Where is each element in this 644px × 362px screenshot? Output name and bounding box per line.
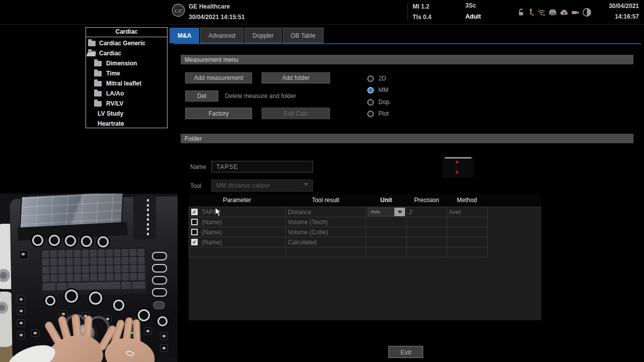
folder-icon [94,81,102,86]
method-value: Aver [449,209,461,216]
mouse-cursor [215,207,222,217]
caliper-preview-thumbnail [442,156,474,177]
rotary-knob [49,235,60,246]
key [50,250,57,257]
key [58,250,65,257]
parameter-table-panel: ParameterTool resultUnitPrecisionMethod … [189,194,541,320]
sidebar-item-label: LV Study [98,110,123,117]
sidebar-item-cardiac[interactable]: Cardiac [86,48,167,58]
usb-icon [571,8,580,17]
sidebar-item-dimension[interactable]: Dimension [86,58,167,68]
key [66,266,73,274]
key [58,266,65,274]
key [74,274,81,281]
delete-button[interactable]: Del [185,90,218,102]
key [98,250,105,257]
sidebar-item-rv-lv[interactable]: RV/LV [86,99,167,109]
table-cell [447,237,488,247]
rotary-knob [45,296,55,306]
factory-button[interactable]: Factory [185,108,252,119]
folder-icon [88,41,96,46]
tgc-slider-mark [147,233,149,235]
table-cell [407,247,447,257]
unit-select-chevron-icon[interactable] [394,208,405,216]
key [106,257,113,264]
printer-icon [548,8,557,17]
table-cell [447,247,488,257]
tab-ob-table[interactable]: OB Table [283,28,324,43]
key [130,257,137,264]
folder-name-input[interactable] [211,161,313,172]
key [82,274,89,281]
sidebar-item-label: LA/Ao [106,90,124,97]
key [114,274,121,281]
unit-select[interactable]: mm [368,208,394,216]
table-row: ✓TAPSEDistancemm2Aver [189,207,488,217]
parameter-value: (Name) [202,219,222,226]
measurement-tree-panel: Cardiac Cardiac GenericCardiacDimensionT… [86,27,168,128]
tgc-slider-mark [147,223,149,226]
mode-option-dop[interactable]: Dop. [364,97,391,107]
tgc-slider-mark [147,214,149,216]
folder-icon [94,71,102,76]
panel-button [31,329,39,337]
sidebar-item-label: Cardiac Generic [99,40,145,47]
rotary-knob [65,290,78,303]
table-cell: ✓TAPSE [189,207,286,217]
tool-select[interactable]: MM distance caliper [211,179,313,192]
tree-items: Cardiac GenericCardiacDimensionTimeMitra… [86,38,167,129]
row-checkbox[interactable] [191,229,198,235]
key [82,266,89,273]
mode-option-2d[interactable]: 2D [364,73,386,83]
add-folder-button[interactable]: Add folder [262,72,330,83]
add-measurement-button[interactable]: Add measurement [185,72,252,83]
status-icon-tray [517,8,592,17]
row-checkbox[interactable]: ✓ [191,209,198,215]
tab-m-a[interactable]: M&A [170,28,199,43]
table-body: ✓TAPSEDistancemm2Aver(Name)Volume (Teich… [189,207,487,257]
row-checkbox[interactable]: ✓ [191,239,198,245]
mode-option-mm[interactable]: MM [364,85,388,95]
key [90,266,97,273]
measurement-menu-header: Measurement menu [181,55,633,64]
key [114,265,121,273]
tool-result-value: Volume (Teich) [288,219,328,226]
panel-button [17,307,25,315]
key [130,249,137,256]
key [74,266,81,273]
mode-option-label: 2D [378,75,386,82]
column-header-precision: Precision [407,197,447,204]
parameter-value: (Name) [202,229,222,236]
table-cell [189,247,286,257]
key [90,258,97,265]
mode-option-plot[interactable]: Plot [364,109,389,119]
tgc-slider-mark [147,209,149,211]
key [82,258,89,265]
key [114,257,121,264]
key [56,283,66,290]
sidebar-item-time[interactable]: Time [86,68,167,78]
key [121,282,131,289]
tab-doppler[interactable]: Doppler [245,28,282,43]
key [42,275,49,282]
column-header-parameter: Parameter [189,197,285,204]
sidebar-item-cardiac-generic[interactable]: Cardiac Generic [86,38,167,48]
exam-type: Adult [465,13,481,20]
row-checkbox[interactable] [191,219,198,225]
key [66,250,73,257]
radio-icon [367,87,374,94]
sidebar-item-la-ao[interactable]: LA/Ao [86,88,167,99]
sidebar-item-heartrate[interactable]: Heartrate [86,119,167,129]
caliper-baseline [445,157,471,158]
mi-value: MI 1.2 [413,3,429,10]
edit-calc-button[interactable]: Edit Calc [262,108,330,119]
table-cell: Volume (Cube) [286,227,366,237]
sidebar-item-label: Time [106,70,120,77]
sidebar-item-mitral-leaflet[interactable]: Mitral leaflet [86,78,167,88]
exit-button[interactable]: Exit [388,346,423,358]
sidebar-item-lv-study[interactable]: LV Study [86,109,167,119]
contrast-icon [582,8,592,17]
tab-advanced[interactable]: Advanced [200,28,243,43]
column-header-method: Method [447,197,487,204]
table-row: (Name)Volume (Cube) [189,227,488,237]
